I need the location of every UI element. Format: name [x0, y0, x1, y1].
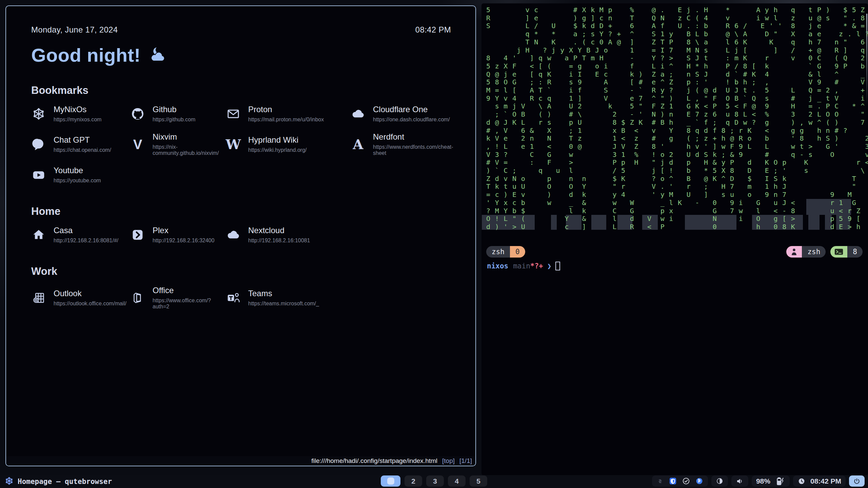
work-url: https://teams.microsoft.com/_ [248, 301, 319, 307]
home-title: Casa [54, 226, 118, 235]
work-title: Teams [248, 289, 319, 298]
work-outlook[interactable]: Outlook https://outlook.office.com/mail/ [31, 286, 130, 310]
home-nextcloud[interactable]: Nextcloud http://192.168.2.16:10081 [226, 226, 351, 244]
person-icon [786, 246, 802, 258]
tab-index-badge: 0 [510, 246, 525, 258]
bookmark-chatgpt[interactable]: Chat GPT https://chat.openai.com/ [31, 132, 130, 156]
taskbar: Homepage — qutebrowser 2 3 4 5 [0, 475, 868, 488]
bookmark-url: https://chat.openai.com/ [54, 147, 111, 153]
bookmark-hyprland-wiki[interactable]: W Hyprland Wiki https://wiki.hyprland.or… [226, 132, 351, 156]
zellij-status-bar: zsh 0 zsh [486, 246, 863, 258]
taskbar-window-title: Homepage — qutebrowser [18, 477, 112, 486]
home-grid: Casa http://192.168.2.16:8081/#/ Plex ht… [31, 226, 451, 244]
bookmark-proton[interactable]: Proton https://mail.proton.me/u/0/inbox [226, 105, 351, 123]
work-office[interactable]: Office https://www.office.com/?auth=2 [130, 286, 226, 310]
bookmark-title: Hyprland Wiki [248, 135, 307, 145]
prompt-host: nixos [487, 262, 508, 270]
bookmark-url: https://github.com [153, 117, 195, 123]
active-workspace-indicator [387, 477, 394, 485]
bookmark-title: Chat GPT [54, 135, 111, 145]
battery-charging-icon [775, 477, 785, 486]
check-circle-icon[interactable] [682, 477, 690, 485]
bookmark-cloudflare-one[interactable]: Cloudflare One https://one.dash.cloudfla… [351, 105, 453, 123]
bookmark-github[interactable]: Github https://github.com [130, 105, 226, 123]
startpage: Monday, June 17, 2024 08:42 PM Good nigh… [6, 6, 475, 310]
bookmark-nixvim[interactable]: V Nixvim https://nix-community.github.io… [130, 132, 226, 156]
home-plex[interactable]: Plex http://192.168.2.16:32400 [130, 226, 226, 244]
zellij-tab-zsh[interactable]: zsh 0 [486, 246, 525, 258]
nix-snowflake-icon [5, 476, 14, 487]
chat-bubble-icon [31, 137, 46, 152]
work-title: Outlook [54, 289, 126, 298]
night-light-icon [716, 477, 724, 485]
section-title-work: Work [31, 265, 451, 278]
system-tray [652, 475, 708, 487]
bookmark-nerdfont[interactable]: A Nerdfont https://www.nerdfonts.com/che… [351, 132, 453, 156]
taskbar-window-title-group: Homepage — qutebrowser [5, 476, 112, 487]
tab-name: zsh [486, 246, 510, 258]
vim-icon: V [130, 137, 145, 152]
bookmark-url: https://mail.proton.me/u/0/inbox [248, 117, 324, 123]
bookmark-title: Nerdfont [373, 132, 453, 142]
network-activity-icon[interactable] [656, 477, 664, 485]
battery-status[interactable]: 98% [752, 475, 790, 487]
home-title: Plex [153, 226, 214, 235]
clock-widget[interactable]: 08:42 PM [793, 475, 846, 487]
bookmark-url: https://one.dash.cloudflare.com/ [373, 117, 450, 123]
outlook-icon [31, 290, 46, 305]
bluetooth-icon[interactable] [695, 477, 704, 485]
nix-snowflake-icon [31, 106, 46, 121]
terminal-icon [830, 246, 847, 258]
work-teams[interactable]: Teams https://teams.microsoft.com/_ [226, 286, 351, 310]
speaker-icon [736, 477, 744, 485]
home-url: http://192.168.2.16:8081/#/ [54, 238, 118, 244]
home-url: http://192.168.2.16:10081 [248, 238, 310, 244]
startpage-date: Monday, June 17, 2024 [31, 25, 118, 35]
moon-cloud-icon [146, 47, 166, 64]
workspace-3[interactable]: 3 [426, 475, 444, 487]
prompt-git-branch: main [513, 262, 530, 270]
terminal-window[interactable]: 5 v c # X k M p % @ . E j . H * A y h q … [481, 3, 868, 475]
bookmark-youtube[interactable]: Youtube https://youtube.com [31, 166, 130, 184]
zellij-pane-count-badge[interactable]: 8 [830, 246, 863, 258]
bookmark-url: https://youtube.com [54, 178, 101, 184]
clock-icon [797, 477, 806, 485]
bookmark-url: https://nix-community.github.io/nixvim/ [153, 144, 226, 156]
matrix-pane: 5 v c # X k M p % @ . E j . H * A y h q … [481, 3, 868, 232]
workspace-switcher: 2 3 4 5 [381, 475, 487, 487]
zellij-mode-badge[interactable]: zsh [786, 246, 826, 258]
plex-chevron-icon [130, 227, 145, 242]
bookmark-title: MyNixOs [54, 105, 101, 114]
workspace-2[interactable]: 2 [405, 475, 422, 487]
prompt-symbol: ❯ [547, 262, 552, 270]
qutebrowser-window: Monday, June 17, 2024 08:42 PM Good nigh… [5, 5, 476, 466]
bookmark-mynixos[interactable]: MyNixOs https://mynixos.com [31, 105, 130, 123]
volume-control[interactable] [731, 475, 748, 487]
taskbar-right: 98% 08:42 PM [652, 475, 865, 487]
teams-icon [226, 290, 241, 305]
work-url: https://outlook.office.com/mail/ [54, 301, 126, 307]
bitwarden-shield-icon[interactable] [669, 477, 677, 485]
work-title: Office [153, 286, 226, 295]
startpage-clock: 08:42 PM [415, 25, 451, 35]
mode-label: zsh [802, 246, 826, 258]
terminal-cursor [555, 262, 560, 270]
home-url: http://192.168.2.16:32400 [153, 238, 214, 244]
home-casa[interactable]: Casa http://192.168.2.16:8081/#/ [31, 226, 130, 244]
night-light-toggle[interactable] [711, 475, 728, 487]
bookmark-title: Youtube [54, 166, 101, 175]
section-title-bookmarks: Bookmarks [31, 84, 451, 97]
shell-prompt[interactable]: nixos main *?+ ❯ [487, 262, 560, 270]
statusbar-tab-count: [1/1] [459, 457, 472, 465]
workspace-4[interactable]: 4 [448, 475, 466, 487]
home-title: Nextcloud [248, 226, 310, 235]
work-grid: Outlook https://outlook.office.com/mail/… [31, 286, 451, 310]
workspace-1-active[interactable] [381, 475, 400, 487]
wiki-icon: W [226, 137, 241, 152]
power-button[interactable] [849, 475, 865, 487]
github-icon [130, 106, 145, 121]
work-url: https://www.office.com/?auth=2 [153, 298, 226, 310]
bookmark-title: Github [153, 105, 195, 114]
mail-icon [226, 106, 241, 121]
workspace-5[interactable]: 5 [470, 475, 487, 487]
